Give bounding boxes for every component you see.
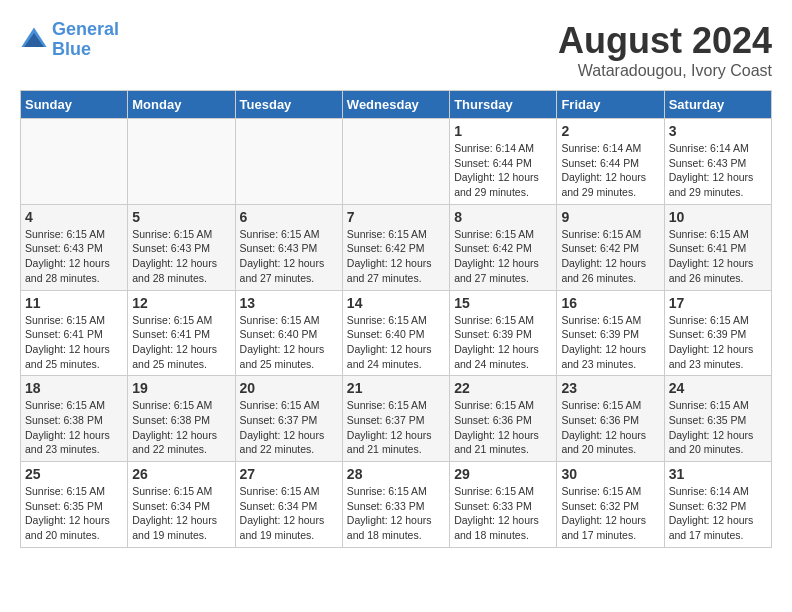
day-of-week-header: Sunday	[21, 91, 128, 119]
calendar-week-row: 11Sunrise: 6:15 AM Sunset: 6:41 PM Dayli…	[21, 290, 772, 376]
day-number: 19	[132, 380, 230, 396]
day-number: 1	[454, 123, 552, 139]
calendar-cell: 30Sunrise: 6:15 AM Sunset: 6:32 PM Dayli…	[557, 462, 664, 548]
calendar-table: SundayMondayTuesdayWednesdayThursdayFrid…	[20, 90, 772, 548]
day-info: Sunrise: 6:15 AM Sunset: 6:43 PM Dayligh…	[132, 227, 230, 286]
calendar-cell: 23Sunrise: 6:15 AM Sunset: 6:36 PM Dayli…	[557, 376, 664, 462]
calendar-cell: 5Sunrise: 6:15 AM Sunset: 6:43 PM Daylig…	[128, 204, 235, 290]
day-number: 24	[669, 380, 767, 396]
day-number: 21	[347, 380, 445, 396]
day-number: 17	[669, 295, 767, 311]
day-info: Sunrise: 6:15 AM Sunset: 6:38 PM Dayligh…	[132, 398, 230, 457]
calendar-cell: 31Sunrise: 6:14 AM Sunset: 6:32 PM Dayli…	[664, 462, 771, 548]
calendar-cell: 9Sunrise: 6:15 AM Sunset: 6:42 PM Daylig…	[557, 204, 664, 290]
day-info: Sunrise: 6:15 AM Sunset: 6:32 PM Dayligh…	[561, 484, 659, 543]
day-info: Sunrise: 6:15 AM Sunset: 6:33 PM Dayligh…	[454, 484, 552, 543]
day-info: Sunrise: 6:15 AM Sunset: 6:36 PM Dayligh…	[561, 398, 659, 457]
day-info: Sunrise: 6:14 AM Sunset: 6:43 PM Dayligh…	[669, 141, 767, 200]
day-number: 11	[25, 295, 123, 311]
calendar-cell: 18Sunrise: 6:15 AM Sunset: 6:38 PM Dayli…	[21, 376, 128, 462]
calendar-week-row: 4Sunrise: 6:15 AM Sunset: 6:43 PM Daylig…	[21, 204, 772, 290]
day-of-week-header: Thursday	[450, 91, 557, 119]
calendar-cell	[128, 119, 235, 205]
day-info: Sunrise: 6:15 AM Sunset: 6:43 PM Dayligh…	[25, 227, 123, 286]
calendar-week-row: 18Sunrise: 6:15 AM Sunset: 6:38 PM Dayli…	[21, 376, 772, 462]
day-number: 7	[347, 209, 445, 225]
calendar-cell: 7Sunrise: 6:15 AM Sunset: 6:42 PM Daylig…	[342, 204, 449, 290]
day-number: 18	[25, 380, 123, 396]
day-number: 9	[561, 209, 659, 225]
main-title: August 2024	[558, 20, 772, 62]
day-number: 30	[561, 466, 659, 482]
day-info: Sunrise: 6:14 AM Sunset: 6:32 PM Dayligh…	[669, 484, 767, 543]
day-number: 10	[669, 209, 767, 225]
calendar-cell: 21Sunrise: 6:15 AM Sunset: 6:37 PM Dayli…	[342, 376, 449, 462]
calendar-cell: 16Sunrise: 6:15 AM Sunset: 6:39 PM Dayli…	[557, 290, 664, 376]
title-block: August 2024 Wataradougou, Ivory Coast	[558, 20, 772, 80]
day-info: Sunrise: 6:15 AM Sunset: 6:41 PM Dayligh…	[669, 227, 767, 286]
logo-text: General Blue	[52, 20, 119, 60]
day-info: Sunrise: 6:15 AM Sunset: 6:41 PM Dayligh…	[132, 313, 230, 372]
day-number: 3	[669, 123, 767, 139]
logo-line2: Blue	[52, 39, 91, 59]
logo-icon	[20, 26, 48, 54]
day-info: Sunrise: 6:15 AM Sunset: 6:43 PM Dayligh…	[240, 227, 338, 286]
calendar-cell: 29Sunrise: 6:15 AM Sunset: 6:33 PM Dayli…	[450, 462, 557, 548]
day-info: Sunrise: 6:15 AM Sunset: 6:36 PM Dayligh…	[454, 398, 552, 457]
day-info: Sunrise: 6:15 AM Sunset: 6:37 PM Dayligh…	[347, 398, 445, 457]
day-info: Sunrise: 6:15 AM Sunset: 6:35 PM Dayligh…	[25, 484, 123, 543]
calendar-week-row: 25Sunrise: 6:15 AM Sunset: 6:35 PM Dayli…	[21, 462, 772, 548]
day-info: Sunrise: 6:15 AM Sunset: 6:35 PM Dayligh…	[669, 398, 767, 457]
calendar-cell: 2Sunrise: 6:14 AM Sunset: 6:44 PM Daylig…	[557, 119, 664, 205]
day-of-week-header: Wednesday	[342, 91, 449, 119]
day-number: 26	[132, 466, 230, 482]
calendar-cell: 24Sunrise: 6:15 AM Sunset: 6:35 PM Dayli…	[664, 376, 771, 462]
logo: General Blue	[20, 20, 119, 60]
day-info: Sunrise: 6:15 AM Sunset: 6:39 PM Dayligh…	[669, 313, 767, 372]
calendar-cell: 3Sunrise: 6:14 AM Sunset: 6:43 PM Daylig…	[664, 119, 771, 205]
day-info: Sunrise: 6:15 AM Sunset: 6:42 PM Dayligh…	[561, 227, 659, 286]
day-number: 6	[240, 209, 338, 225]
day-number: 16	[561, 295, 659, 311]
day-info: Sunrise: 6:15 AM Sunset: 6:37 PM Dayligh…	[240, 398, 338, 457]
day-info: Sunrise: 6:15 AM Sunset: 6:41 PM Dayligh…	[25, 313, 123, 372]
calendar-cell: 22Sunrise: 6:15 AM Sunset: 6:36 PM Dayli…	[450, 376, 557, 462]
calendar-cell: 12Sunrise: 6:15 AM Sunset: 6:41 PM Dayli…	[128, 290, 235, 376]
day-of-week-header: Monday	[128, 91, 235, 119]
day-info: Sunrise: 6:14 AM Sunset: 6:44 PM Dayligh…	[454, 141, 552, 200]
calendar-cell: 8Sunrise: 6:15 AM Sunset: 6:42 PM Daylig…	[450, 204, 557, 290]
calendar-cell: 10Sunrise: 6:15 AM Sunset: 6:41 PM Dayli…	[664, 204, 771, 290]
day-number: 27	[240, 466, 338, 482]
day-number: 12	[132, 295, 230, 311]
day-info: Sunrise: 6:14 AM Sunset: 6:44 PM Dayligh…	[561, 141, 659, 200]
day-info: Sunrise: 6:15 AM Sunset: 6:40 PM Dayligh…	[240, 313, 338, 372]
day-info: Sunrise: 6:15 AM Sunset: 6:34 PM Dayligh…	[240, 484, 338, 543]
day-number: 31	[669, 466, 767, 482]
calendar-cell	[21, 119, 128, 205]
calendar-cell: 15Sunrise: 6:15 AM Sunset: 6:39 PM Dayli…	[450, 290, 557, 376]
calendar-cell: 11Sunrise: 6:15 AM Sunset: 6:41 PM Dayli…	[21, 290, 128, 376]
day-number: 20	[240, 380, 338, 396]
day-number: 29	[454, 466, 552, 482]
calendar-cell: 20Sunrise: 6:15 AM Sunset: 6:37 PM Dayli…	[235, 376, 342, 462]
day-info: Sunrise: 6:15 AM Sunset: 6:39 PM Dayligh…	[561, 313, 659, 372]
calendar-cell: 14Sunrise: 6:15 AM Sunset: 6:40 PM Dayli…	[342, 290, 449, 376]
day-of-week-header: Tuesday	[235, 91, 342, 119]
day-of-week-header: Friday	[557, 91, 664, 119]
day-number: 13	[240, 295, 338, 311]
day-of-week-header: Saturday	[664, 91, 771, 119]
calendar-week-row: 1Sunrise: 6:14 AM Sunset: 6:44 PM Daylig…	[21, 119, 772, 205]
day-info: Sunrise: 6:15 AM Sunset: 6:33 PM Dayligh…	[347, 484, 445, 543]
day-info: Sunrise: 6:15 AM Sunset: 6:39 PM Dayligh…	[454, 313, 552, 372]
day-number: 22	[454, 380, 552, 396]
logo-line1: General	[52, 19, 119, 39]
day-info: Sunrise: 6:15 AM Sunset: 6:40 PM Dayligh…	[347, 313, 445, 372]
calendar-cell: 1Sunrise: 6:14 AM Sunset: 6:44 PM Daylig…	[450, 119, 557, 205]
day-number: 2	[561, 123, 659, 139]
day-number: 15	[454, 295, 552, 311]
calendar-cell: 27Sunrise: 6:15 AM Sunset: 6:34 PM Dayli…	[235, 462, 342, 548]
calendar-cell	[235, 119, 342, 205]
calendar-cell: 6Sunrise: 6:15 AM Sunset: 6:43 PM Daylig…	[235, 204, 342, 290]
day-info: Sunrise: 6:15 AM Sunset: 6:38 PM Dayligh…	[25, 398, 123, 457]
calendar-cell: 4Sunrise: 6:15 AM Sunset: 6:43 PM Daylig…	[21, 204, 128, 290]
